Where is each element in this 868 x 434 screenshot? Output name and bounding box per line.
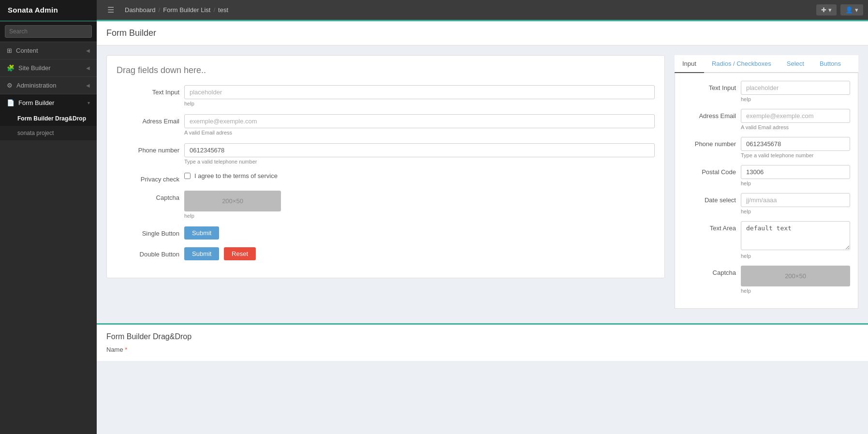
- right-control-captcha: 200×50 help: [741, 266, 850, 294]
- administration-chevron-icon: ◀: [86, 83, 90, 88]
- right-textarea[interactable]: default text: [741, 221, 850, 250]
- right-fields: Text Input help Adress Email A valid Ema…: [675, 73, 858, 309]
- input-phone[interactable]: [184, 143, 655, 157]
- double-reset-button[interactable]: Reset: [224, 247, 256, 260]
- right-help-textarea: help: [741, 253, 850, 259]
- right-help-date: help: [741, 209, 850, 214]
- tab-radios-checkboxes[interactable]: Radios / Checkboxes: [704, 55, 779, 73]
- plus-button[interactable]: ✚ ▾: [816, 4, 837, 15]
- sidebar-item-content[interactable]: ⊞ Content ◀: [0, 42, 97, 59]
- search-input[interactable]: [5, 25, 92, 38]
- label-single-button: Single Button: [117, 226, 179, 237]
- help-phone: Type a valid telephone number: [184, 159, 655, 165]
- right-row-postal: Postal Code help: [683, 165, 850, 186]
- sidebar-label-sitebuilder: Site Builder: [18, 64, 50, 72]
- right-control-text: help: [741, 81, 850, 102]
- double-submit-button[interactable]: Submit: [184, 247, 219, 260]
- sidebar-submenu-formbuilder: Form Builder Drag&Drop sonata project: [0, 111, 97, 140]
- privacy-check-label: I agree to the terms of service: [194, 172, 278, 180]
- formbuilder-chevron-icon: ▾: [88, 100, 90, 105]
- footer-section: Form Builder Drag&Drop Name *: [97, 323, 868, 361]
- right-label-date: Date select: [683, 193, 736, 204]
- right-captcha-image: 200×50: [741, 266, 850, 286]
- control-email: A valid Email adress: [184, 114, 655, 135]
- right-help-phone: Type a valid telephone number: [741, 152, 850, 158]
- breadcrumb-form-builder-list[interactable]: Form Builder List: [163, 6, 210, 14]
- administration-icon: ⚙: [7, 82, 13, 89]
- sidebar-section-sitebuilder: 🧩 Site Builder ◀: [0, 59, 97, 76]
- sidebar-item-sitebuilder[interactable]: 🧩 Site Builder ◀: [0, 60, 97, 76]
- right-input-phone[interactable]: [741, 137, 850, 151]
- control-captcha: 200×50 help: [184, 191, 655, 219]
- form-builder-container: Drag fields down here.. Text Input help …: [97, 45, 868, 318]
- input-text[interactable]: [184, 85, 655, 99]
- user-chevron: ▾: [855, 6, 858, 14]
- control-privacy: I agree to the terms of service: [184, 172, 655, 180]
- right-control-textarea: default text help: [741, 221, 850, 259]
- right-row-textarea: Text Area default text help: [683, 221, 850, 259]
- user-button[interactable]: 👤 ▾: [840, 4, 863, 15]
- help-email: A valid Email adress: [184, 130, 655, 135]
- sidebar-submenu-sonata[interactable]: sonata project: [0, 126, 97, 140]
- checkbox-privacy[interactable]: [184, 173, 191, 179]
- right-control-phone: Type a valid telephone number: [741, 137, 850, 158]
- form-row-text-input: Text Input help: [117, 85, 655, 106]
- tab-input[interactable]: Input: [675, 55, 704, 73]
- brand: Sonata Admin: [0, 0, 97, 21]
- form-row-captcha: Captcha 200×50 help: [117, 191, 655, 219]
- breadcrumb-dashboard[interactable]: Dashboard: [125, 6, 156, 14]
- form-row-email: Adress Email A valid Email adress: [117, 114, 655, 135]
- form-row-privacy: Privacy check I agree to the terms of se…: [117, 172, 655, 183]
- right-control-email: A valid Email adress: [741, 109, 850, 130]
- sitebuilder-chevron-icon: ◀: [86, 65, 90, 71]
- plus-chevron: ▾: [828, 6, 832, 14]
- tab-buttons[interactable]: Buttons: [812, 55, 849, 73]
- sidebar-label-content: Content: [16, 47, 38, 54]
- form-row-single-button: Single Button Submit: [117, 226, 655, 239]
- captcha-image: 200×50: [184, 191, 281, 211]
- right-label-phone: Phone number: [683, 137, 736, 148]
- breadcrumb-current: test: [218, 6, 228, 14]
- input-email[interactable]: [184, 114, 655, 128]
- sidebar-item-administration[interactable]: ⚙ Administration ◀: [0, 77, 97, 94]
- right-input-email[interactable]: [741, 109, 850, 123]
- navbar-menu: ☰ Dashboard / Form Builder List / test: [97, 0, 238, 21]
- footer-name-required: *: [125, 346, 127, 353]
- footer-name-label: Name *: [106, 346, 858, 353]
- right-label-email: Adress Email: [683, 109, 736, 120]
- right-row-captcha: Captcha 200×50 help: [683, 266, 850, 294]
- label-privacy: Privacy check: [117, 172, 179, 183]
- right-input-date[interactable]: [741, 193, 850, 207]
- right-input-text[interactable]: [741, 81, 850, 95]
- breadcrumb-sep-2: /: [213, 6, 215, 14]
- label-captcha: Captcha: [117, 191, 179, 201]
- right-row-date: Date select help: [683, 193, 850, 214]
- right-row-phone: Phone number Type a valid telephone numb…: [683, 137, 850, 158]
- right-control-postal: help: [741, 165, 850, 186]
- footer-title: Form Builder Drag&Drop: [106, 332, 858, 341]
- right-control-date: help: [741, 193, 850, 214]
- right-panel: Input Radios / Checkboxes Select Buttons…: [675, 55, 858, 309]
- sidebar-section-administration: ⚙ Administration ◀: [0, 76, 97, 94]
- breadcrumb: Dashboard / Form Builder List / test: [120, 6, 233, 14]
- tab-select[interactable]: Select: [779, 55, 812, 73]
- right-label-postal: Postal Code: [683, 165, 736, 176]
- sidebar-item-formbuilder[interactable]: 📄 Form Builder ▾: [0, 94, 97, 111]
- sidebar-submenu-dragdrop[interactable]: Form Builder Drag&Drop: [0, 111, 97, 126]
- sidebar-section-content: ⊞ Content ◀: [0, 42, 97, 59]
- right-input-postal[interactable]: [741, 165, 850, 179]
- sidebar: ⊞ Content ◀ 🧩 Site Builder ◀ ⚙ Administr…: [0, 21, 97, 434]
- tabs-bar: Input Radios / Checkboxes Select Buttons: [675, 55, 858, 73]
- label-email: Adress Email: [117, 114, 179, 125]
- form-row-phone: Phone number Type a valid telephone numb…: [117, 143, 655, 165]
- right-label-text: Text Input: [683, 81, 736, 91]
- control-text-input: help: [184, 85, 655, 106]
- navbar-left: Sonata Admin ☰ Dashboard / Form Builder …: [0, 0, 238, 21]
- hamburger-button[interactable]: ☰: [102, 0, 120, 21]
- single-submit-button[interactable]: Submit: [184, 226, 219, 239]
- help-captcha: help: [184, 213, 655, 219]
- control-single-button: Submit: [184, 226, 655, 239]
- sidebar-label-formbuilder: Form Builder: [18, 99, 54, 106]
- drop-zone-title: Drag fields down here..: [117, 65, 655, 75]
- navbar-right: ✚ ▾ 👤 ▾: [816, 4, 868, 15]
